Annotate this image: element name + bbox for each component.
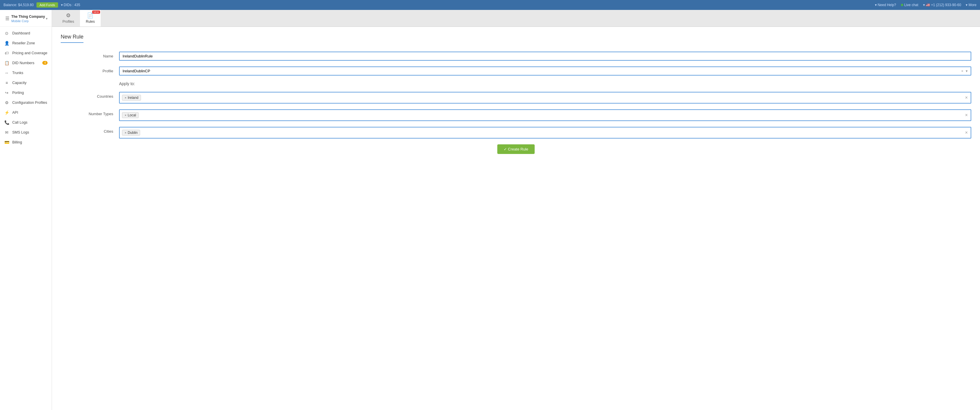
api-nav-label: API <box>12 111 18 115</box>
sidebar-item-trunks[interactable]: ↔ Trunks <box>0 68 52 78</box>
tab-rules[interactable]: NEW 📄 Rules <box>80 10 101 27</box>
page-content: New Rule Name Profile IrelandDublinCP × <box>52 27 980 410</box>
local-tag-label: Local <box>127 113 136 117</box>
api-nav-icon: ⚡ <box>4 110 10 115</box>
top-bar-right: ▾ Need Help? Live chat ▾ 🇺🇸 +1 (212) 933… <box>875 3 977 7</box>
countries-select[interactable]: × Ireland × <box>119 92 971 103</box>
pricing-coverage-nav-icon: 🏷 <box>4 51 10 55</box>
number-types-label: Number Types <box>61 109 119 116</box>
profile-field: IrelandDublinCP × <box>119 66 971 76</box>
local-tag: × Local <box>122 112 138 118</box>
main-layout: ☰ The Thing Company Mobile Corp ▾ ⊙ Dash… <box>0 10 980 410</box>
sidebar-item-billing[interactable]: 💳 Billing <box>0 137 52 147</box>
number-types-select[interactable]: × Local × <box>119 109 971 121</box>
billing-nav-label: Billing <box>12 140 22 144</box>
phone-button[interactable]: ▾ 🇺🇸 +1 (212) 933-90-60 <box>923 3 961 7</box>
live-chat-button[interactable]: Live chat <box>901 3 918 7</box>
profile-select[interactable]: IrelandDublinCP × <box>119 66 971 76</box>
btn-row: ✓ Create Rule <box>61 144 971 154</box>
number-types-field: × Local × <box>119 109 971 121</box>
content-area: ⚙ Profiles NEW 📄 Rules New Rule Name Pro… <box>52 10 980 410</box>
cities-select[interactable]: × Dublin × <box>119 127 971 139</box>
add-funds-button[interactable]: Add Funds <box>37 2 58 8</box>
sms-logs-nav-label: SMS Logs <box>12 130 29 135</box>
configuration-profiles-nav-label: Configuration Profiles <box>12 101 47 105</box>
sidebar-item-call-logs[interactable]: 📞 Call Logs <box>0 117 52 127</box>
configuration-profiles-nav-icon: ⚙ <box>4 100 10 105</box>
trunks-nav-icon: ↔ <box>4 71 10 75</box>
countries-field: × Ireland × <box>119 92 971 103</box>
call-logs-nav-icon: 📞 <box>4 120 10 125</box>
countries-clear-icon[interactable]: × <box>965 95 968 100</box>
profile-chevron-icon[interactable] <box>966 69 968 73</box>
tab-profiles[interactable]: ⚙ Profiles <box>57 10 80 27</box>
sidebar: ☰ The Thing Company Mobile Corp ▾ ⊙ Dash… <box>0 10 52 410</box>
sidebar-item-pricing-coverage[interactable]: 🏷 Pricing and Coverage <box>0 48 52 58</box>
name-row: Name <box>61 52 971 61</box>
company-chevron[interactable]: ▾ <box>46 17 48 21</box>
cities-clear-icon[interactable]: × <box>965 130 968 135</box>
sidebar-item-did-numbers[interactable]: 📋 DID Numbers 4 <box>0 58 52 68</box>
profile-label: Profile <box>61 66 119 73</box>
dashboard-nav-icon: ⊙ <box>4 31 10 36</box>
sms-logs-nav-icon: ✉ <box>4 130 10 135</box>
profile-row: Profile IrelandDublinCP × <box>61 66 971 76</box>
company-info: The Thing Company Mobile Corp <box>11 14 45 23</box>
trunks-nav-label: Trunks <box>12 71 23 75</box>
top-bar: Balance: $4,519.80 Add Funds ▾ DIDs : 43… <box>0 0 980 10</box>
rules-tab-label: Rules <box>86 19 95 24</box>
page-title: New Rule <box>61 34 83 43</box>
sidebar-item-porting[interactable]: ↪ Porting <box>0 88 52 98</box>
name-field <box>119 52 971 61</box>
apply-to-label: Apply to: <box>61 81 971 86</box>
did-numbers-nav-icon: 📋 <box>4 61 10 65</box>
company-sub: Mobile Corp <box>11 19 45 23</box>
rules-new-badge: NEW <box>92 11 100 14</box>
capacity-nav-label: Capacity <box>12 81 27 85</box>
sidebar-header: ☰ The Thing Company Mobile Corp ▾ <box>0 10 52 27</box>
need-help-button[interactable]: ▾ Need Help? <box>875 3 896 7</box>
sidebar-item-configuration-profiles[interactable]: ⚙ Configuration Profiles <box>0 98 52 108</box>
ireland-tag-remove[interactable]: × <box>125 96 126 100</box>
call-logs-nav-label: Call Logs <box>12 120 27 125</box>
create-rule-button[interactable]: ✓ Create Rule <box>497 144 535 154</box>
top-bar-left: Balance: $4,519.80 Add Funds ▾ DIDs : 43… <box>3 2 870 8</box>
tab-bar: ⚙ Profiles NEW 📄 Rules <box>52 10 980 27</box>
ireland-tag-label: Ireland <box>127 96 138 100</box>
capacity-nav-icon: ≡ <box>4 81 10 85</box>
name-input[interactable] <box>119 52 971 61</box>
pricing-coverage-nav-label: Pricing and Coverage <box>12 51 47 55</box>
billing-nav-icon: 💳 <box>4 140 10 145</box>
sidebar-item-capacity[interactable]: ≡ Capacity <box>0 78 52 88</box>
reseller-zone-nav-label: Reseller Zone <box>12 41 35 45</box>
number-types-row: Number Types × Local × <box>61 109 971 121</box>
sidebar-item-dashboard[interactable]: ⊙ Dashboard <box>0 28 52 38</box>
dublin-tag: × Dublin <box>122 130 140 136</box>
local-tag-remove[interactable]: × <box>125 114 126 117</box>
ireland-tag: × Ireland <box>122 95 141 101</box>
did-numbers-nav-label: DID Numbers <box>12 61 35 65</box>
dashboard-nav-label: Dashboard <box>12 31 30 35</box>
profile-value: IrelandDublinCP <box>123 69 150 73</box>
dublin-tag-remove[interactable]: × <box>125 131 126 135</box>
sidebar-nav: ⊙ Dashboard 👤 Reseller Zone 🏷 Pricing an… <box>0 27 52 410</box>
number-types-clear-icon[interactable]: × <box>965 112 968 118</box>
porting-nav-icon: ↪ <box>4 90 10 95</box>
did-numbers-badge: 4 <box>42 61 48 65</box>
porting-nav-label: Porting <box>12 91 24 95</box>
countries-row: Countries × Ireland × <box>61 92 971 103</box>
profiles-tab-label: Profiles <box>62 19 74 24</box>
sidebar-item-api[interactable]: ⚡ API <box>0 108 52 117</box>
cities-label: Cities <box>61 127 119 133</box>
company-name: The Thing Company <box>11 14 45 19</box>
profile-clear-icon[interactable]: × <box>961 69 963 73</box>
profiles-tab-icon: ⚙ <box>66 12 71 19</box>
balance-text: Balance: $4,519.80 <box>3 3 33 7</box>
sidebar-item-reseller-zone[interactable]: 👤 Reseller Zone <box>0 38 52 48</box>
more-button[interactable]: ▾ More <box>966 3 977 7</box>
hamburger-icon[interactable]: ☰ <box>4 14 11 22</box>
name-label: Name <box>61 52 119 58</box>
reseller-zone-nav-icon: 👤 <box>4 41 10 46</box>
sidebar-item-sms-logs[interactable]: ✉ SMS Logs <box>0 127 52 137</box>
dids-text: ▾ DIDs : 435 <box>61 3 80 7</box>
